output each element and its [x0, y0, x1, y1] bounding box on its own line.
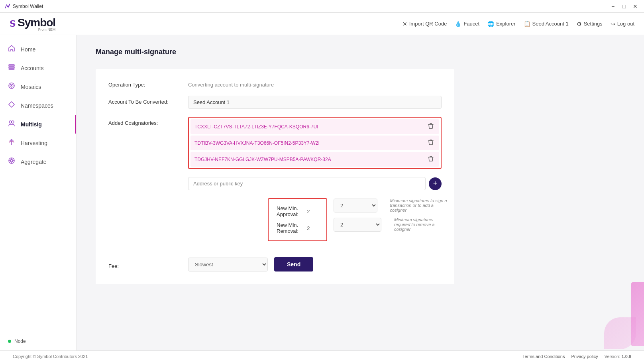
- cosignatories-row: Added Cosignatories: TCXXLT-CZT7VS-TLTA7…: [108, 117, 442, 169]
- min-approval-label: New Min. Approval:: [277, 205, 298, 217]
- window-controls: − □ ✕: [609, 2, 639, 10]
- minimize-button[interactable]: −: [609, 2, 617, 10]
- min-approval-select[interactable]: 213: [334, 199, 377, 212]
- sidebar-footer: Node: [0, 332, 76, 350]
- title-bar: 🗲 Symbol Wallet − □ ✕: [0, 0, 644, 13]
- sidebar-label-namespaces: Namespaces: [21, 102, 53, 109]
- svg-rect-1: [9, 67, 14, 68]
- faucet-action[interactable]: 💧 Faucet: [455, 21, 479, 27]
- logout-label: Log out: [617, 21, 634, 27]
- version-text: Version: 1.0.9: [605, 354, 631, 359]
- home-icon: [8, 45, 15, 54]
- logo-text: Symbol: [18, 16, 55, 29]
- delete-cosignatory-0-button[interactable]: [426, 122, 435, 131]
- privacy-link[interactable]: Privacy policy: [571, 354, 598, 359]
- min-removal-select-row: 213 Minimum signatures required to remov…: [334, 217, 448, 232]
- account-convert-input[interactable]: [188, 96, 442, 109]
- cosignatory-row-1: TDTIBV-3WG3VA-HVXJNA-T3O66N-OF5IN2-5P33Y…: [190, 136, 439, 150]
- svg-rect-2: [9, 69, 14, 69]
- top-nav: 𝗦 Symbol From NEM ✕ Import QR Code 💧 Fau…: [0, 13, 644, 35]
- app-container: 𝗦 Symbol From NEM ✕ Import QR Code 💧 Fau…: [0, 13, 644, 362]
- send-button[interactable]: Send: [274, 257, 313, 272]
- min-removal-row: New Min. Removal: 2: [277, 222, 318, 234]
- settings-action[interactable]: ⚙ Settings: [577, 21, 603, 27]
- faucet-icon: 💧: [455, 21, 461, 27]
- import-qr-label: Import QR Code: [409, 21, 447, 27]
- logout-icon: ↪: [611, 21, 615, 27]
- import-qr-icon: ✕: [402, 21, 407, 27]
- approval-description: Minimum signatures to sign a transaction…: [390, 198, 448, 212]
- seed-account-label: Seed Account 1: [532, 21, 569, 27]
- pink-decoration2: [604, 317, 636, 349]
- explorer-action[interactable]: 🌐 Explorer: [487, 21, 515, 27]
- mosaics-icon: [8, 82, 15, 91]
- svg-point-9: [10, 159, 13, 162]
- namespaces-icon: [8, 101, 15, 110]
- main-layout: Home Accounts Mosaics Namespaces: [0, 35, 644, 350]
- min-section-wrapper: New Min. Approval: 2 New Min. Removal: 2…: [108, 198, 442, 249]
- seed-account-action[interactable]: 📋 Seed Account 1: [524, 21, 569, 27]
- min-approval-row: New Min. Approval: 2: [277, 205, 318, 217]
- address-input[interactable]: [188, 177, 426, 190]
- sidebar-item-home[interactable]: Home: [0, 40, 76, 59]
- min-selects-and-desc: 213 Minimum signatures to sign a transac…: [334, 198, 448, 232]
- sidebar-label-accounts: Accounts: [21, 65, 44, 71]
- accounts-icon: [8, 63, 15, 73]
- sidebar-item-mosaics[interactable]: Mosaics: [0, 77, 76, 96]
- cosignatory-address-0: TCXXLT-CZT7VS-TLTA72-LTIZ3E-Y7FQCA-KSQOR…: [194, 124, 426, 130]
- close-button[interactable]: ✕: [631, 2, 639, 10]
- sidebar: Home Accounts Mosaics Namespaces: [0, 35, 77, 350]
- title-bar-left: 🗲 Symbol Wallet: [5, 3, 43, 10]
- import-qr-action[interactable]: ✕ Import QR Code: [402, 21, 447, 27]
- footer-right: Terms and Conditions Privacy policy Vers…: [522, 354, 631, 359]
- multisig-form: Operation Type: Converting account to mu…: [96, 69, 454, 284]
- fee-label: Fee:: [108, 260, 188, 269]
- add-cosignatory-button[interactable]: +: [429, 177, 442, 190]
- maximize-button[interactable]: □: [620, 2, 628, 10]
- sidebar-label-harvesting: Harvesting: [21, 140, 47, 146]
- delete-cosignatory-2-button[interactable]: [426, 155, 435, 164]
- min-approval-select-row: 213 Minimum signatures to sign a transac…: [334, 198, 448, 212]
- sidebar-label-home: Home: [21, 46, 35, 53]
- logo-area: 𝗦 Symbol From NEM: [10, 16, 55, 31]
- app-title: Symbol Wallet: [13, 4, 43, 9]
- sidebar-item-harvesting[interactable]: Harvesting: [0, 134, 76, 152]
- account-convert-row: Account To Be Converted:: [108, 96, 442, 109]
- logout-action[interactable]: ↪ Log out: [611, 21, 634, 27]
- sidebar-item-namespaces[interactable]: Namespaces: [0, 96, 76, 115]
- seed-account-icon: 📋: [524, 21, 530, 27]
- copyright-text: Copyright © Symbol Contributors 2021: [13, 354, 88, 359]
- removal-description: Minimum signatures required to remove a …: [394, 217, 448, 232]
- min-approval-value: 2: [298, 209, 318, 214]
- nav-actions: ✕ Import QR Code 💧 Faucet 🌐 Explorer 📋 S…: [402, 21, 634, 27]
- sidebar-item-accounts[interactable]: Accounts: [0, 59, 76, 77]
- cosignatories-label: Added Cosignatories:: [108, 117, 188, 126]
- delete-cosignatory-1-button[interactable]: [426, 138, 435, 148]
- settings-label: Settings: [584, 21, 603, 27]
- min-section: New Min. Approval: 2 New Min. Removal: 2: [268, 198, 327, 241]
- sidebar-item-multisig[interactable]: Multisig: [0, 115, 76, 134]
- cosignatory-address-1: TDTIBV-3WG3VA-HVXJNA-T3O66N-OF5IN2-5P33Y…: [194, 140, 426, 146]
- sidebar-item-aggregate[interactable]: Aggregate: [0, 152, 76, 171]
- fee-row: Fee: Slowest Slow Normal Fast Send: [108, 257, 442, 272]
- explorer-icon: 🌐: [487, 21, 494, 27]
- fee-select[interactable]: Slowest Slow Normal Fast: [188, 258, 268, 272]
- node-status-dot: [8, 340, 11, 343]
- aggregate-icon: [8, 157, 15, 166]
- content-area: Manage multi-signature Operation Type: C…: [77, 35, 644, 350]
- sidebar-label-mosaics: Mosaics: [21, 84, 41, 90]
- terms-link[interactable]: Terms and Conditions: [522, 354, 565, 359]
- version-number: 1.0.9: [622, 354, 631, 359]
- cosignatories-box: TCXXLT-CZT7VS-TLTA72-LTIZ3E-Y7FQCA-KSQOR…: [188, 117, 442, 169]
- cosignatory-address-2: TDGJHV-NEF7KN-GGLGJK-WZW7PU-MSPB5A-PAWKQ…: [194, 157, 426, 162]
- operation-type-label: Operation Type:: [108, 79, 188, 88]
- faucet-label: Faucet: [463, 21, 479, 27]
- account-convert-label: Account To Be Converted:: [108, 96, 188, 105]
- node-label: Node: [14, 338, 26, 344]
- multisig-icon: [8, 120, 15, 129]
- operation-type-row: Operation Type: Converting account to mu…: [108, 79, 442, 88]
- min-removal-select[interactable]: 213: [334, 218, 381, 232]
- svg-point-7: [12, 121, 14, 123]
- explorer-label: Explorer: [496, 21, 515, 27]
- sidebar-label-multisig: Multisig: [21, 121, 42, 128]
